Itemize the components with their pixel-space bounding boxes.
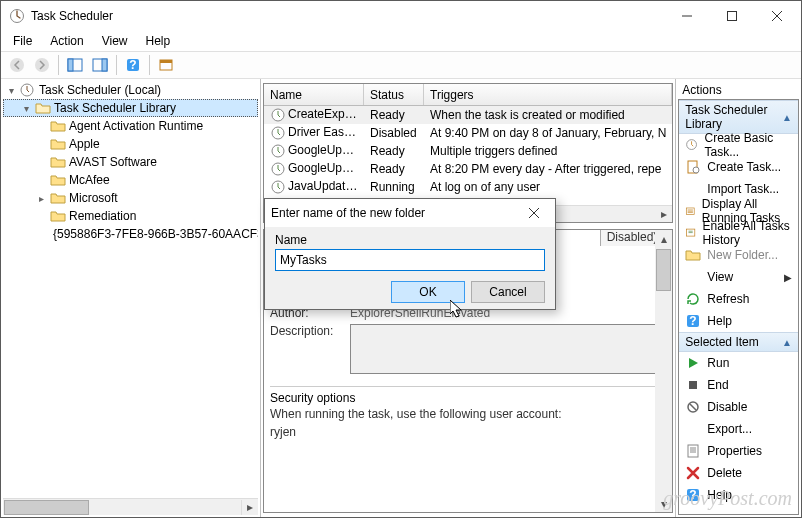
- dialog-titlebar: Enter name of the new folder: [265, 199, 555, 227]
- action-run[interactable]: Run: [679, 352, 798, 374]
- description-row: Description:: [270, 324, 666, 374]
- action-create-task[interactable]: Create Task...: [679, 156, 798, 178]
- expand-icon[interactable]: ▸: [35, 193, 47, 204]
- tree-library[interactable]: ▾ Task Scheduler Library: [3, 99, 258, 117]
- clock-icon: [20, 83, 36, 97]
- dialog-body: Name: [265, 227, 555, 277]
- actions-group-header[interactable]: Selected Item▲: [679, 332, 798, 352]
- action-help[interactable]: ?Help: [679, 484, 798, 506]
- refresh-icon: [685, 291, 701, 307]
- actions-group-header[interactable]: Task Scheduler Library▲: [679, 100, 798, 134]
- col-triggers-header[interactable]: Triggers: [424, 84, 672, 105]
- details-vscrollbar[interactable]: ▴ ▾: [655, 230, 672, 512]
- tree-item[interactable]: Agent Activation Runtime: [3, 117, 258, 135]
- task-row[interactable]: Driver Easy S...DisabledAt 9:40 PM on da…: [264, 124, 672, 142]
- tree-item[interactable]: Remediation: [3, 207, 258, 225]
- svg-text:?: ?: [690, 314, 697, 328]
- col-name-header[interactable]: Name: [264, 84, 364, 105]
- action-enable-all-tasks-history[interactable]: Enable All Tasks History: [679, 222, 798, 244]
- action-label: Run: [707, 356, 729, 370]
- tree-pane: ▾ Task Scheduler (Local) ▾ Task Schedule…: [1, 79, 261, 517]
- scroll-up-icon[interactable]: ▴: [655, 230, 672, 247]
- task-row[interactable]: JavaUpdateS...RunningAt log on of any us…: [264, 178, 672, 196]
- scroll-right-icon[interactable]: ▸: [241, 500, 258, 515]
- tree-item[interactable]: {595886F3-7FE8-966B-3B57-60AACF398: [3, 225, 258, 243]
- close-button[interactable]: [754, 2, 799, 30]
- action-end[interactable]: End: [679, 374, 798, 396]
- scroll-right-icon[interactable]: ▸: [655, 207, 672, 222]
- task-row[interactable]: GoogleUpda...ReadyMultiple triggers defi…: [264, 142, 672, 160]
- disable-icon: [685, 399, 701, 415]
- scheduler-tree[interactable]: ▾ Task Scheduler (Local) ▾ Task Schedule…: [3, 81, 258, 498]
- task-status: Ready: [364, 144, 424, 158]
- svg-rect-7: [102, 59, 107, 71]
- window-buttons: [664, 2, 799, 30]
- security-user: ryjen: [270, 425, 666, 439]
- show-hide-action-button[interactable]: [88, 53, 112, 77]
- expand-icon[interactable]: ▾: [20, 103, 32, 114]
- tree-label: McAfee: [69, 173, 110, 187]
- toolbar-separator: [116, 55, 117, 75]
- action-help[interactable]: ?Help: [679, 310, 798, 332]
- task-row[interactable]: GoogleUpda...ReadyAt 8:20 PM every day -…: [264, 160, 672, 178]
- run-icon: [685, 355, 701, 371]
- ok-button[interactable]: OK: [391, 281, 465, 303]
- collapse-icon[interactable]: ▲: [782, 112, 792, 123]
- menu-view[interactable]: View: [94, 32, 136, 50]
- tree-label: Task Scheduler (Local): [39, 83, 161, 97]
- action-delete[interactable]: Delete: [679, 462, 798, 484]
- collapse-icon[interactable]: ▲: [782, 337, 792, 348]
- tree-item[interactable]: AVAST Software: [3, 153, 258, 171]
- dialog-buttons: OK Cancel: [265, 277, 555, 309]
- action-label: Properties: [707, 444, 762, 458]
- tree-label: Microsoft: [69, 191, 118, 205]
- toolbar-extra-button[interactable]: [154, 53, 178, 77]
- grid-body: CreateExplor...ReadyWhen the task is cre…: [264, 106, 672, 205]
- col-status-header[interactable]: Status: [364, 84, 424, 105]
- blank-icon: [685, 421, 701, 437]
- action-create-basic-task[interactable]: Create Basic Task...: [679, 134, 798, 156]
- svg-rect-5: [68, 59, 73, 71]
- svg-rect-28: [688, 445, 698, 457]
- svg-rect-11: [160, 60, 172, 63]
- tree-item[interactable]: McAfee: [3, 171, 258, 189]
- dialog-title: Enter name of the new folder: [271, 206, 519, 220]
- details-content: Author: ExplorerShellRunElevated Descrip…: [270, 306, 666, 439]
- svg-text:?: ?: [129, 58, 136, 72]
- cancel-button[interactable]: Cancel: [471, 281, 545, 303]
- action-label: Refresh: [707, 292, 749, 306]
- menu-file[interactable]: File: [5, 32, 40, 50]
- menu-action[interactable]: Action: [42, 32, 91, 50]
- scrollbar-thumb[interactable]: [4, 500, 89, 515]
- action-view[interactable]: View▶: [679, 266, 798, 288]
- task-trigger: At 9:40 PM on day 8 of January, February…: [424, 126, 672, 140]
- history-icon: [685, 225, 696, 241]
- task-name: GoogleUpda...: [288, 143, 364, 157]
- folder-name-input[interactable]: [275, 249, 545, 271]
- action-label: Help: [707, 314, 732, 328]
- tree-item[interactable]: ▸Microsoft: [3, 189, 258, 207]
- menu-help[interactable]: Help: [138, 32, 179, 50]
- action-disable[interactable]: Disable: [679, 396, 798, 418]
- scroll-down-icon[interactable]: ▾: [655, 495, 672, 512]
- maximize-button[interactable]: [709, 2, 754, 30]
- security-prompt: When running the task, use the following…: [270, 407, 666, 421]
- blank-icon: [685, 269, 701, 285]
- task-status: Ready: [364, 108, 424, 122]
- task-trigger: At log on of any user: [424, 180, 672, 194]
- show-hide-tree-button[interactable]: [63, 53, 87, 77]
- action-label: End: [707, 378, 728, 392]
- expand-icon[interactable]: ▾: [5, 85, 17, 96]
- scrollbar-thumb[interactable]: [656, 249, 671, 291]
- action-new-folder: New Folder...: [679, 244, 798, 266]
- tree-root[interactable]: ▾ Task Scheduler (Local): [3, 81, 258, 99]
- action-refresh[interactable]: Refresh: [679, 288, 798, 310]
- task-row[interactable]: CreateExplor...ReadyWhen the task is cre…: [264, 106, 672, 124]
- minimize-button[interactable]: [664, 2, 709, 30]
- tree-hscrollbar[interactable]: ▸: [3, 498, 258, 515]
- action-properties[interactable]: Properties: [679, 440, 798, 462]
- help-button[interactable]: ?: [121, 53, 145, 77]
- dialog-close-button[interactable]: [519, 202, 549, 224]
- action-export[interactable]: Export...: [679, 418, 798, 440]
- tree-item[interactable]: Apple: [3, 135, 258, 153]
